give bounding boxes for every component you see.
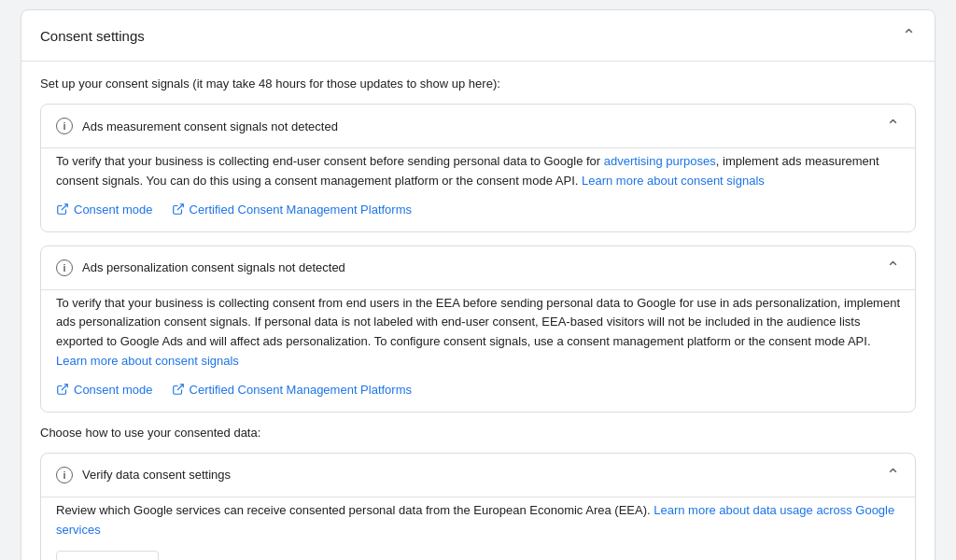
ads-personalization-title: Ads personalization consent signals not … — [82, 260, 345, 274]
learn-more-link-2[interactable]: Learn more about consent signals — [56, 354, 239, 368]
svg-line-3 — [176, 385, 182, 390]
ads-measurement-body: To verify that your business is collecti… — [41, 147, 915, 231]
consent-mode-label-2: Consent mode — [74, 383, 153, 397]
consent-mode-label-1: Consent mode — [74, 203, 153, 217]
section2-intro: Choose how to use your consented data: — [40, 426, 916, 440]
external-link-icon-3 — [56, 383, 69, 396]
verify-data-header[interactable]: i Verify data consent settings ⌃ — [41, 454, 915, 497]
certified-cmp-label-2: Certified Consent Management Platforms — [190, 383, 412, 397]
ads-personalization-chevron[interactable]: ⌃ — [886, 258, 900, 278]
verify-data-title: Verify data consent settings — [82, 468, 231, 482]
ads-personalization-header[interactable]: i Ads personalization consent signals no… — [41, 246, 915, 289]
info-icon-3: i — [56, 467, 73, 483]
learn-more-link-1[interactable]: Learn more about consent signals — [582, 174, 765, 188]
certified-cmp-link-2[interactable]: Certified Consent Management Platforms — [172, 383, 412, 397]
certified-cmp-label-1: Certified Consent Management Platforms — [190, 203, 412, 217]
card-title: Consent settings — [40, 28, 145, 44]
info-icon-2: i — [56, 259, 73, 276]
consent-settings-card: Consent settings ⌃ Set up your consent s… — [21, 9, 935, 560]
ads-measurement-title: Ads measurement consent signals not dete… — [82, 119, 338, 133]
manage-data-button[interactable]: Manage data — [56, 551, 159, 560]
svg-line-0 — [62, 204, 67, 210]
ads-measurement-header[interactable]: i Ads measurement consent signals not de… — [41, 105, 915, 147]
info-icon-1: i — [56, 118, 73, 134]
verify-data-body: Review which Google services can receive… — [41, 497, 915, 560]
ads-personalization-description: To verify that your business is collecti… — [56, 294, 900, 371]
consent-mode-link-1[interactable]: Consent mode — [56, 203, 153, 217]
ads-personalization-links: Consent mode Certified Consent Managemen… — [56, 383, 900, 397]
verify-data-box: i Verify data consent settings ⌃ Review … — [40, 453, 916, 560]
collapse-icon[interactable]: ⌃ — [902, 25, 916, 46]
verify-data-description: Review which Google services can receive… — [56, 501, 900, 540]
card-body: Set up your consent signals (it may take… — [21, 62, 935, 560]
ads-personalization-box: i Ads personalization consent signals no… — [40, 245, 916, 413]
external-link-icon-2 — [172, 203, 185, 216]
intro-text: Set up your consent signals (it may take… — [40, 77, 916, 91]
svg-line-2 — [62, 385, 67, 390]
ads-measurement-links: Consent mode Certified Consent Managemen… — [56, 203, 900, 217]
ads-measurement-description: To verify that your business is collecti… — [56, 152, 900, 191]
card-header: Consent settings ⌃ — [21, 10, 935, 62]
ads-measurement-box: i Ads measurement consent signals not de… — [40, 104, 916, 232]
ads-measurement-chevron[interactable]: ⌃ — [886, 116, 900, 136]
ads-personalization-body: To verify that your business is collecti… — [41, 289, 915, 412]
data-usage-learn-link[interactable]: Learn more about data usage across Googl… — [56, 503, 894, 537]
certified-cmp-link-1[interactable]: Certified Consent Management Platforms — [172, 203, 412, 217]
advertising-purposes-link[interactable]: advertising purposes — [604, 154, 716, 168]
consent-mode-link-2[interactable]: Consent mode — [56, 383, 153, 397]
external-link-icon-1 — [56, 203, 69, 216]
svg-line-1 — [176, 204, 182, 210]
verify-data-chevron[interactable]: ⌃ — [886, 465, 900, 485]
external-link-icon-4 — [172, 383, 185, 396]
